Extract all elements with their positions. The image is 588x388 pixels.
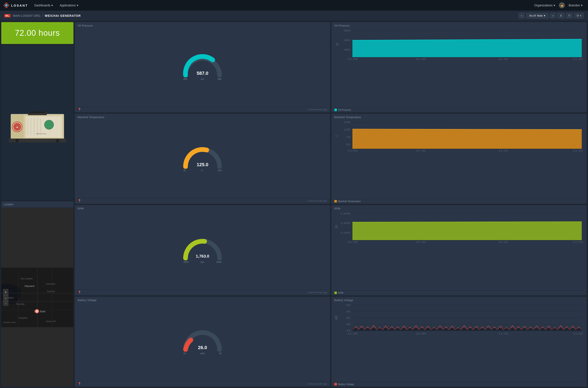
battery-chart-svg: 40 36 32 28 24 volts 11:28 11:30 11:32 1… [334,303,584,335]
organizations-menu[interactable]: Organizations ▾ [532,2,557,8]
svg-text:1,000: 1,000 [340,232,350,234]
org-badge: ML [4,14,11,17]
as-of-selector[interactable]: As of: Now ▾ [526,13,548,19]
svg-text:11:32: 11:32 [498,332,508,335]
svg-text:11:30: 11:30 [416,332,426,335]
applications-menu[interactable]: Applications ▾ [58,2,81,8]
dashboards-menu[interactable]: Dashboards ▾ [32,2,55,8]
oil-pressure-gauge-svg: 587.0 [181,54,224,77]
breadcrumb-bar: ML MAIN LOSANT ORG / WEICHAI GENERATOR «… [0,11,588,21]
rpm-gauge-title: RPM [78,207,327,210]
svg-text:75: 75 [346,136,350,138]
svg-text:Hayward: Hayward [25,285,34,287]
svg-text:11:28: 11:28 [348,241,357,243]
svg-text:40: 40 [346,304,350,306]
manifold-temp-gauge-container: 125.0 20 °C 230 [78,120,327,197]
rpm-legend: RPM [334,291,584,294]
oil-pressure-gauge-title: Oil Pressure [78,24,327,27]
settings-button[interactable]: ⚙ ▾ [574,13,584,19]
hours-widget: 72.00 hours [1,22,73,44]
battery-chart-title: Battery Voltage [334,299,584,302]
svg-text:20: 20 [346,143,350,146]
oil-pressure-legend-label: Oil Pressure [338,109,351,111]
svg-point-17 [56,139,59,142]
svg-marker-1 [5,4,8,7]
battery-gauge-footer: 📍 a few seconds ago [78,381,327,386]
map-container[interactable]: San Leandro Hayward Livermore Fremont Sa… [1,208,73,387]
left-column: 72.00 hours W [1,22,73,387]
refresh-button[interactable]: ↻ [566,13,573,19]
oil-pressure-gauge-labels: 480 psi 680 [183,78,222,80]
svg-text:26.0: 26.0 [198,345,207,350]
battery-chart-widget: Battery Voltage 40 36 32 28 24 volts [331,297,587,387]
manifold-temp-gauge-labels: 20 °C 230 [183,169,222,172]
rpm-gauge-container: 1,763.0 1000 rpm 2600 [78,211,327,289]
svg-text:480: 480 [344,49,350,51]
battery-legend-dot [334,383,337,386]
battery-gauge-labels: 24 volts 40 [183,352,222,355]
svg-text:580: 580 [344,39,350,41]
dashboard-name: WEICHAI GENERATOR [45,14,81,17]
svg-text:Boulder Creek: Boulder Creek [3,321,16,323]
svg-text:↑: ↑ [5,302,6,305]
manifold-temp-legend: Manifold Temperature [334,199,584,202]
svg-marker-72 [352,129,582,149]
svg-text:°C: °C [335,135,339,137]
manifold-temp-gauge-footer: 📍 a few seconds ago [78,198,327,202]
svg-text:psi: psi [335,43,339,46]
svg-marker-86 [352,222,582,240]
svg-text:1,800: 1,800 [340,222,350,224]
battery-legend-label: Battery Voltage [338,383,354,386]
svg-text:rpm: rpm [334,225,338,228]
svg-text:Campbell: Campbell [18,316,27,319]
rpm-gauge-labels: 1000 rpm 2600 [183,261,222,263]
svg-text:+: + [5,290,7,294]
manifold-temp-gauge-title: Manifold Temperature [78,116,327,119]
oil-pressure-chart-svg: 680 580 480 psi 11:28 11:30 11:32 11:33 [334,28,584,60]
navbar: LOSANT Dashboards ▾ Applications ▾ Organ… [0,0,588,11]
manifold-temp-timestamp: a few seconds ago [307,199,327,202]
rpm-gauge-widget: RPM 1,763.0 1000 rpm 2600 📍 a few second… [75,205,330,295]
svg-text:Fremont: Fremont [47,290,55,292]
pause-button[interactable]: ⏸ [557,13,565,19]
location-header: Location [1,201,73,208]
svg-text:125.0: 125.0 [196,162,208,167]
user-menu[interactable]: Brandon ▾ [566,2,585,8]
location-widget: Location San Leandro Hayw [1,201,73,387]
battery-gauge-widget: Battery Voltage 26.0 24 volts 40 📍 a few… [75,297,330,387]
svg-text:11:30: 11:30 [416,58,426,60]
svg-text:−: − [5,296,7,300]
svg-text:230: 230 [344,121,350,123]
logo-text: LOSANT [11,4,28,7]
org-name[interactable]: MAIN LOSANT ORG [13,14,40,17]
rpm-gauge-footer: 📍 a few seconds ago [78,290,327,294]
oil-pressure-gauge-footer: 📍 a few seconds ago [78,107,327,111]
oil-pressure-timestamp: a few seconds ago [307,108,327,111]
svg-text:1,763.0: 1,763.0 [196,254,209,258]
hours-value: 72.00 hours [15,28,60,37]
battery-gauge-container: 26.0 24 volts 40 [78,303,327,380]
svg-point-46 [36,311,38,312]
svg-text:130: 130 [344,128,350,131]
rpm-chart-svg: 2,600 1,800 1,000 rpm 11:28 11:30 11:32 … [334,211,584,243]
prev-time-button[interactable]: « [519,13,525,19]
oil-pressure-legend: Oil Pressure [334,108,584,111]
svg-point-16 [16,139,19,142]
svg-marker-56 [352,39,582,57]
svg-text:11:33: 11:33 [573,241,583,243]
logo-icon [3,2,9,8]
svg-text:11:30: 11:30 [416,149,426,152]
oil-pressure-chart-widget: Oil Pressure 680 580 480 psi 11:28 11:30… [331,22,587,112]
svg-rect-20 [29,112,46,113]
rpm-chart-title: RPM [334,207,584,210]
svg-text:11:28: 11:28 [348,149,357,152]
battery-chart-area: 40 36 32 28 24 volts 11:28 11:30 11:32 1… [334,303,584,381]
next-time-button[interactable]: » [550,13,556,19]
svg-text:11:33: 11:33 [573,149,583,152]
rpm-legend-dot [334,291,337,294]
svg-text:11:32: 11:32 [498,149,508,152]
svg-text:11:28: 11:28 [348,332,357,335]
svg-text:WEICHAI: WEICHAI [37,133,47,135]
generator-svg: W WEICHAI [7,101,68,144]
svg-text:11:30: 11:30 [416,241,426,243]
